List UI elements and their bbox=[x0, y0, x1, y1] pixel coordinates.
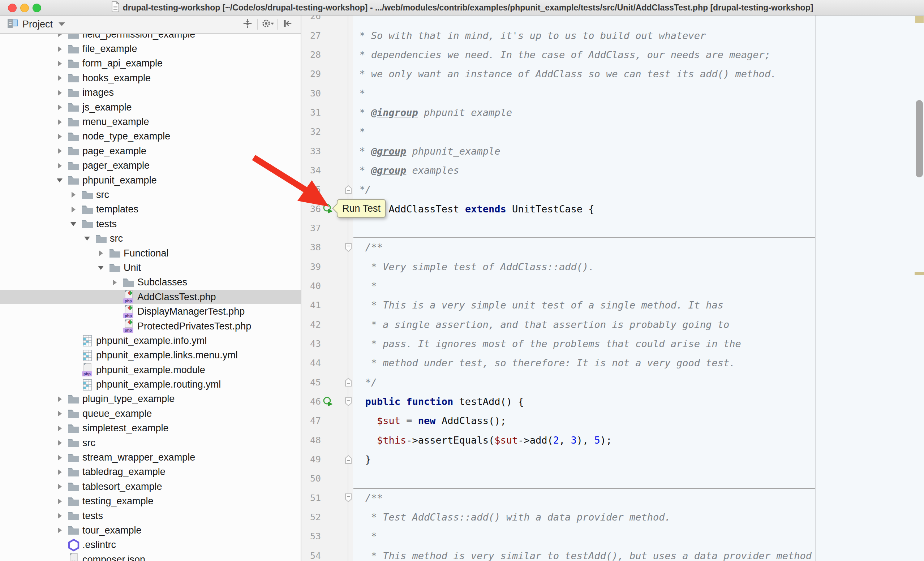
chevron-collapsed-icon[interactable] bbox=[54, 411, 66, 416]
code-text[interactable]: class AddClassTest extends UnitTestCase … bbox=[353, 203, 594, 215]
chevron-expanded-icon[interactable] bbox=[94, 266, 107, 270]
tree-item-testing-example[interactable]: testing_example bbox=[0, 494, 301, 509]
chevron-expanded-icon[interactable] bbox=[67, 222, 80, 226]
tree-item-js-example[interactable]: js_example bbox=[0, 100, 301, 115]
chevron-expanded-icon[interactable] bbox=[54, 178, 66, 183]
tree-item-tablesort-example[interactable]: tablesort_example bbox=[0, 479, 301, 494]
chevron-collapsed-icon[interactable] bbox=[54, 484, 66, 489]
settings-button[interactable] bbox=[259, 17, 276, 31]
chevron-collapsed-icon[interactable] bbox=[54, 527, 66, 533]
tree-item-phpunit-example-links-menu-yml[interactable]: phpunit_example.links.menu.yml bbox=[0, 348, 301, 363]
tree-item-hooks-example[interactable]: hooks_example bbox=[0, 71, 301, 85]
tree-item-src[interactable]: src bbox=[0, 436, 301, 450]
code-text[interactable]: * bbox=[353, 126, 365, 137]
tree-item-stream-wrapper-example[interactable]: stream_wrapper_example bbox=[0, 450, 301, 465]
code-text[interactable]: public function testAdd() { bbox=[353, 396, 524, 407]
chevron-collapsed-icon[interactable] bbox=[54, 90, 66, 96]
chevron-collapsed-icon[interactable] bbox=[54, 105, 66, 110]
chevron-collapsed-icon[interactable] bbox=[54, 396, 66, 402]
code-text[interactable]: * So with that in mind, it's up to us to… bbox=[353, 30, 706, 41]
code-text[interactable]: * @ingroup phpunit_example bbox=[353, 107, 512, 118]
code-text[interactable]: * @group examples bbox=[353, 165, 459, 176]
chevron-collapsed-icon[interactable] bbox=[54, 61, 66, 66]
run-test-tooltip[interactable]: Run Test bbox=[337, 199, 386, 218]
code-text[interactable]: * This is a very simple unit test of a s… bbox=[353, 299, 723, 311]
chevron-collapsed-icon[interactable] bbox=[54, 119, 66, 125]
code-text[interactable]: * bbox=[353, 280, 377, 292]
tree-item-page-example[interactable]: page_example bbox=[0, 144, 301, 158]
chevron-collapsed-icon[interactable] bbox=[54, 426, 66, 431]
tree-item-form-api-example[interactable]: form_api_example bbox=[0, 56, 301, 71]
chevron-collapsed-icon[interactable] bbox=[54, 513, 66, 519]
tree-item-subclasses[interactable]: Subclasses bbox=[0, 275, 301, 290]
code-text[interactable]: * This method is very similar to testAdd… bbox=[353, 550, 812, 561]
tree-item-eslintrc[interactable]: .eslintrc bbox=[0, 538, 301, 552]
chevron-expanded-icon[interactable] bbox=[81, 236, 93, 241]
chevron-collapsed-icon[interactable] bbox=[54, 163, 66, 169]
code-text[interactable]: /** bbox=[353, 242, 382, 253]
tree-item-composer-json[interactable]: {}composer.json bbox=[0, 552, 301, 561]
fold-marker-close[interactable] bbox=[335, 455, 353, 464]
chevron-collapsed-icon[interactable] bbox=[94, 250, 107, 256]
tree-item-simpletest-example[interactable]: simpletest_example bbox=[0, 421, 301, 436]
tree-item-images[interactable]: images bbox=[0, 85, 301, 100]
code-text[interactable]: * we only want an instance of AddClass s… bbox=[353, 68, 776, 79]
code-text[interactable]: /** bbox=[353, 492, 382, 504]
fold-marker-close[interactable] bbox=[335, 377, 353, 387]
code-text[interactable]: } bbox=[353, 454, 371, 465]
chevron-collapsed-icon[interactable] bbox=[54, 148, 66, 154]
tree-item-field-permission-example[interactable]: field_permission_example bbox=[0, 34, 301, 42]
run-test-gutter-icon[interactable] bbox=[321, 396, 335, 407]
chevron-collapsed-icon[interactable] bbox=[54, 134, 66, 139]
tree-item-addclasstest-php[interactable]: phpAddClassTest.php bbox=[0, 290, 301, 304]
tree-item-pager-example[interactable]: pager_example bbox=[0, 159, 301, 173]
fold-marker-open[interactable] bbox=[335, 493, 353, 503]
tree-item-tabledrag-example[interactable]: tabledrag_example bbox=[0, 465, 301, 479]
hide-panel-button[interactable] bbox=[279, 17, 296, 31]
tree-item-src[interactable]: src bbox=[0, 187, 301, 202]
editor-scrollbar-thumb[interactable] bbox=[916, 100, 923, 177]
tree-item-templates[interactable]: templates bbox=[0, 202, 301, 217]
tree-item-src[interactable]: src bbox=[0, 231, 301, 245]
tree-item-unit[interactable]: Unit bbox=[0, 260, 301, 275]
code-text[interactable]: * pass. It ignores most of the problems … bbox=[353, 338, 741, 349]
error-stripe-mark[interactable] bbox=[915, 272, 924, 275]
code-text[interactable]: $this->assertEquals($sut->add(2, 3), 5); bbox=[353, 435, 612, 446]
tree-item-node-type-example[interactable]: node_type_example bbox=[0, 129, 301, 144]
code-text[interactable]: * bbox=[353, 531, 377, 542]
chevron-down-icon[interactable] bbox=[58, 22, 65, 26]
chevron-collapsed-icon[interactable] bbox=[108, 280, 121, 286]
code-text[interactable]: */ bbox=[353, 184, 371, 195]
tree-item-functional[interactable]: Functional bbox=[0, 246, 301, 260]
chevron-collapsed-icon[interactable] bbox=[54, 469, 66, 475]
tree-item-displaymanagertest-php[interactable]: phpDisplayManagerTest.php bbox=[0, 304, 301, 319]
code-text[interactable]: $sut = new AddClass(); bbox=[353, 415, 506, 426]
error-stripe-mark[interactable] bbox=[915, 16, 924, 23]
tree-item-phpunit-example-routing-yml[interactable]: phpunit_example.routing.yml bbox=[0, 377, 301, 392]
code-text[interactable]: * a single assertion, and that assertion… bbox=[353, 319, 729, 330]
chevron-collapsed-icon[interactable] bbox=[67, 206, 80, 212]
chevron-collapsed-icon[interactable] bbox=[54, 498, 66, 504]
tree-item-protectedprivatestest-php[interactable]: phpProtectedPrivatesTest.php bbox=[0, 319, 301, 334]
fold-marker-close[interactable] bbox=[335, 185, 353, 194]
chevron-collapsed-icon[interactable] bbox=[54, 46, 66, 52]
chevron-collapsed-icon[interactable] bbox=[67, 192, 80, 197]
fold-marker-open[interactable] bbox=[335, 397, 353, 406]
chevron-collapsed-icon[interactable] bbox=[54, 440, 66, 446]
tree-item-queue-example[interactable]: queue_example bbox=[0, 406, 301, 421]
code-text[interactable]: * dependencies we need. In the case of A… bbox=[353, 49, 770, 60]
chevron-collapsed-icon[interactable] bbox=[54, 34, 66, 37]
fold-marker-open[interactable] bbox=[335, 243, 353, 252]
tree-item-menu-example[interactable]: menu_example bbox=[0, 115, 301, 129]
tree-item-phpunit-example[interactable]: phpunit_example bbox=[0, 173, 301, 187]
tree-item-tests[interactable]: tests bbox=[0, 217, 301, 231]
project-panel-title[interactable]: Project bbox=[22, 19, 53, 30]
collapse-all-button[interactable] bbox=[239, 17, 256, 31]
tree-item-plugin-type-example[interactable]: plugin_type_example bbox=[0, 392, 301, 406]
chevron-collapsed-icon[interactable] bbox=[54, 455, 66, 461]
code-text[interactable]: * @group phpunit_example bbox=[353, 145, 500, 157]
tree-item-tests[interactable]: tests bbox=[0, 509, 301, 523]
code-text[interactable]: * Very simple test of AddClass::add(). bbox=[353, 261, 594, 272]
tree-item-phpunit-example-module[interactable]: phpphpunit_example.module bbox=[0, 363, 301, 377]
tree-item-phpunit-example-info-yml[interactable]: phpunit_example.info.yml bbox=[0, 334, 301, 348]
